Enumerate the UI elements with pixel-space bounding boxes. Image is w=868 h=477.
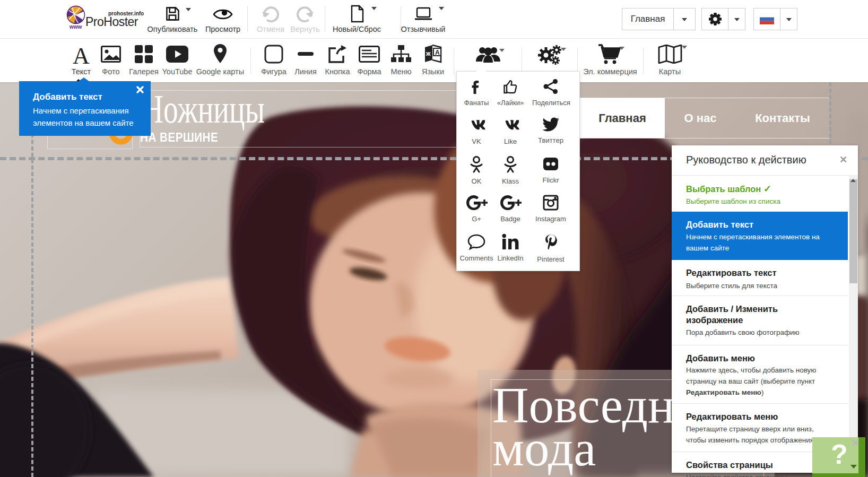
svg-text:ж: ж xyxy=(426,50,431,57)
svg-text:A: A xyxy=(435,49,440,56)
svg-text:www: www xyxy=(69,24,82,29)
